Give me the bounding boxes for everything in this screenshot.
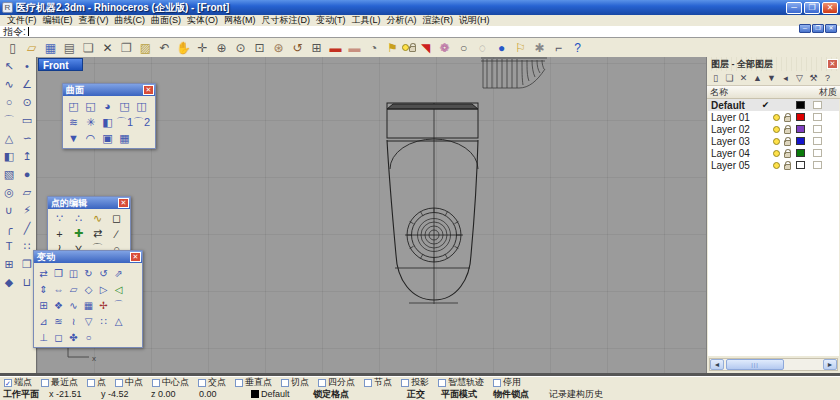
- edit-weight-icon[interactable]: ∿: [88, 211, 107, 226]
- extrude-icon[interactable]: ↥: [18, 147, 36, 165]
- export-icon[interactable]: ❏: [79, 39, 98, 56]
- viewport-layout-icon[interactable]: ⊞: [307, 39, 326, 56]
- insert-kink-icon[interactable]: ✚: [69, 226, 88, 241]
- layer-row[interactable]: Layer 02: [708, 123, 839, 135]
- menu-item-1[interactable]: 编辑(E): [40, 15, 76, 26]
- box-icon[interactable]: ▧: [0, 165, 18, 183]
- current-layer-check[interactable]: ✔: [760, 100, 771, 110]
- menu-item-6[interactable]: 网格(M): [221, 15, 259, 26]
- osnap-item[interactable]: 垂直点: [235, 376, 272, 388]
- save-file-icon[interactable]: ▦: [41, 39, 60, 56]
- plane-icon[interactable]: ▱: [18, 183, 36, 201]
- menu-item-3[interactable]: 曲线(C): [112, 15, 149, 26]
- layer-row[interactable]: Layer 03: [708, 135, 839, 147]
- ghosted-sphere-icon[interactable]: ◌: [473, 39, 492, 56]
- ellipse-icon[interactable]: ⊙: [18, 93, 36, 111]
- surface-corner-points-icon[interactable]: ◰: [65, 98, 82, 114]
- scale-1d-icon[interactable]: ⇔: [51, 281, 66, 297]
- surface-sphere-icon[interactable]: ◕: [99, 98, 116, 114]
- insert-point-icon[interactable]: +: [50, 226, 69, 241]
- surface-palette-close-button[interactable]: ✕: [143, 85, 154, 95]
- orient-icon[interactable]: ⇗: [111, 265, 126, 281]
- layer-material-swatch[interactable]: [813, 125, 822, 133]
- layer-visibility-bulb-icon[interactable]: [771, 114, 782, 121]
- current-layer-field[interactable]: Default: [248, 389, 310, 399]
- osnap-item[interactable]: 点: [87, 376, 106, 388]
- osnap-item[interactable]: 智慧轨迹: [438, 376, 484, 388]
- osnap-checkbox[interactable]: [401, 379, 409, 387]
- select-icon[interactable]: ↖: [0, 57, 18, 75]
- layer-color-swatch[interactable]: [796, 161, 805, 169]
- layer-name[interactable]: Layer 03: [708, 136, 760, 147]
- sweep-1-rail-icon[interactable]: ⌒1: [116, 114, 133, 130]
- layer-name[interactable]: Layer 02: [708, 124, 760, 135]
- menu-item-12[interactable]: 说明(H): [456, 15, 493, 26]
- scroll-left-arrow[interactable]: ◄: [710, 359, 724, 370]
- osnap-item[interactable]: 切点: [281, 376, 309, 388]
- array-surface-icon[interactable]: ▦: [81, 297, 96, 313]
- layer-name[interactable]: Layer 01: [708, 112, 760, 123]
- named-views-icon[interactable]: ⌐: [549, 39, 568, 56]
- ortho-toggle[interactable]: 正交: [404, 388, 438, 400]
- new-layer-icon[interactable]: ▯: [709, 72, 722, 85]
- osnap-item[interactable]: 最近点: [41, 376, 78, 388]
- pan-view-icon[interactable]: ✋: [174, 39, 193, 56]
- grid-snap-toggle[interactable]: 锁定格点: [310, 388, 368, 400]
- circle-icon[interactable]: ○: [0, 93, 18, 111]
- rail-revolve-icon[interactable]: ◠: [82, 130, 99, 146]
- osnap-checkbox[interactable]: ✓: [4, 379, 12, 387]
- help-icon[interactable]: ?: [568, 39, 587, 56]
- layer-tools-icon[interactable]: ⚒: [807, 72, 820, 85]
- osnap-checkbox[interactable]: [281, 379, 289, 387]
- osnap-item[interactable]: 停用: [493, 376, 521, 388]
- shade-icon[interactable]: ◔: [364, 39, 383, 56]
- layer-visibility-bulb-icon[interactable]: [771, 138, 782, 145]
- sweep-2-rails-icon[interactable]: ⌒2: [133, 114, 150, 130]
- zoom-dynamic-icon[interactable]: ⊙: [231, 39, 250, 56]
- menu-item-9[interactable]: 工具(L): [349, 15, 384, 26]
- close-button[interactable]: ✕: [822, 2, 838, 14]
- osnap-checkbox[interactable]: [41, 379, 49, 387]
- menu-item-11[interactable]: 渲染(R): [420, 15, 457, 26]
- project-icon[interactable]: ▽: [81, 313, 96, 329]
- menu-item-2[interactable]: 查看(V): [76, 15, 112, 26]
- layer-lock-icon[interactable]: [782, 125, 793, 134]
- layer-row[interactable]: Layer 05: [708, 159, 839, 171]
- chamfer-icon[interactable]: ╱: [18, 219, 36, 237]
- explode-icon[interactable]: ⚡: [18, 201, 36, 219]
- osnap-checkbox[interactable]: [364, 379, 372, 387]
- layer-row[interactable]: Layer 01: [708, 111, 839, 123]
- history-toggle[interactable]: 记录建构历史: [546, 388, 606, 400]
- transform-palette-close-button[interactable]: ✕: [130, 252, 141, 262]
- layer-material-swatch[interactable]: [813, 149, 822, 157]
- layer-visibility-bulb-icon[interactable]: [771, 150, 782, 157]
- flow-icon[interactable]: ≋: [51, 313, 66, 329]
- delete-layer-icon[interactable]: ✕: [737, 72, 750, 85]
- delete-icon[interactable]: ✕: [98, 39, 117, 56]
- color-wheel-icon[interactable]: ❁: [435, 39, 454, 56]
- shear-icon[interactable]: ▷: [96, 281, 111, 297]
- control-points-on-icon[interactable]: ∵: [50, 211, 69, 226]
- rotate-view-icon[interactable]: ↺: [288, 39, 307, 56]
- osnap-checkbox[interactable]: [318, 379, 326, 387]
- osnap-item[interactable]: ✓端点: [4, 376, 32, 388]
- menu-item-7[interactable]: 尺寸标注(D): [259, 15, 314, 26]
- new-file-icon[interactable]: ▯: [3, 39, 22, 56]
- menu-item-10[interactable]: 分析(A): [384, 15, 420, 26]
- notes-flag-icon[interactable]: ⚐: [511, 39, 530, 56]
- control-points-off-icon[interactable]: ∴: [69, 211, 88, 226]
- fillet-icon[interactable]: ╭: [0, 219, 18, 237]
- menu-item-8[interactable]: 变动(T): [313, 15, 349, 26]
- layer-state-icon[interactable]: ◥: [416, 39, 435, 56]
- planar-toggle[interactable]: 平面模式: [438, 388, 490, 400]
- osnap-checkbox[interactable]: [115, 379, 123, 387]
- polyline-icon[interactable]: ∠: [18, 75, 36, 93]
- copy-icon[interactable]: ❐: [117, 39, 136, 56]
- osnap-checkbox[interactable]: [235, 379, 243, 387]
- shaded-sphere-icon[interactable]: ●: [492, 39, 511, 56]
- layer-material-swatch[interactable]: [813, 113, 822, 121]
- osnap-item[interactable]: 中心点: [152, 376, 189, 388]
- rotate-3d-icon[interactable]: ↺: [96, 265, 111, 281]
- scroll-right-arrow[interactable]: ►: [823, 359, 837, 370]
- osnap-checkbox[interactable]: [198, 379, 206, 387]
